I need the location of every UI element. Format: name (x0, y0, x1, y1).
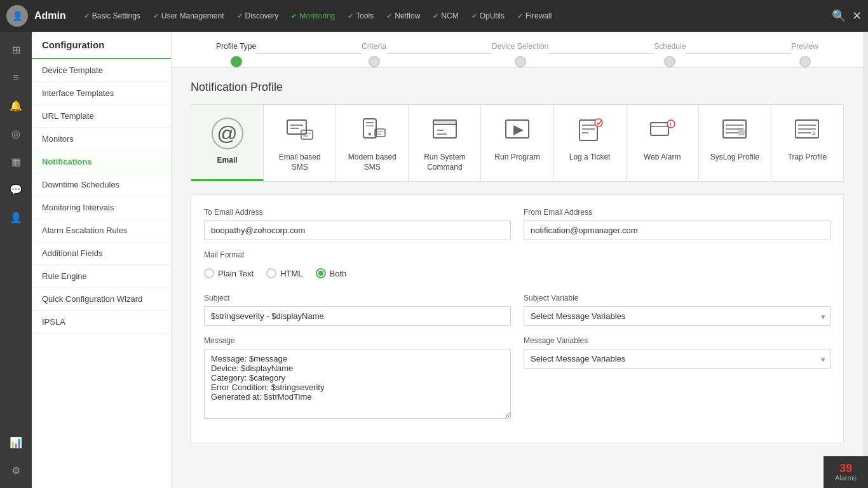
sidebar-item-rule-engine[interactable]: Rule Engine (32, 265, 171, 288)
message-variables-select[interactable]: Select Message Variables (524, 349, 831, 369)
profile-card-trap[interactable]: ≡ Trap Profile (771, 105, 843, 181)
svg-rect-14 (433, 120, 456, 125)
svg-point-9 (369, 133, 371, 135)
step-label-device-selection: Device Selection (492, 42, 548, 51)
settings-icon[interactable]: ⚙ (4, 459, 27, 482)
page-title: Notification Profile (191, 81, 844, 94)
to-email-group: To Email Address (204, 208, 511, 240)
mail-format-row: Mail Format Plain Text HTML (204, 250, 831, 283)
radio-both[interactable]: Both (316, 268, 347, 278)
dashboard-icon[interactable]: ⊞ (4, 38, 27, 61)
profile-card-web-alarm[interactable]: ! Web Alarm (627, 105, 699, 181)
profile-card-run-system[interactable]: Run System Command (409, 105, 481, 181)
nav-ncm[interactable]: ✔ NCM (428, 9, 463, 23)
analytics-icon[interactable]: 📊 (4, 431, 27, 454)
nav-discovery[interactable]: ✔ Discovery (232, 9, 284, 23)
scrollbar[interactable] (863, 32, 868, 488)
sidebar-item-downtime-schedules[interactable]: Downtime Schedules (32, 173, 171, 196)
message-row: Message Message Variables Select Message… (204, 336, 831, 421)
check-icon: ✔ (386, 12, 392, 20)
message-group: Message (204, 336, 511, 421)
inventory-icon[interactable]: ▦ (4, 150, 27, 173)
reports-icon[interactable]: ≡ (4, 66, 27, 89)
log-ticket-label: Log a Ticket (569, 152, 611, 163)
check-icon: ✔ (471, 12, 477, 20)
sidebar-item-quick-config[interactable]: Quick Configuration Wizard (32, 288, 171, 311)
profile-card-run-program[interactable]: Run Program (481, 105, 553, 181)
step-connector-4 (686, 53, 791, 54)
radio-label-plain: Plain Text (218, 269, 254, 278)
profile-card-email[interactable]: @ Email (191, 105, 264, 181)
sidebar-item-device-template[interactable]: Device Template (32, 59, 171, 82)
search-icon[interactable]: 🔍 (832, 9, 846, 23)
subject-variable-select[interactable]: Select Message Variables (524, 306, 831, 326)
check-icon: ✔ (153, 12, 159, 20)
subject-input[interactable] (204, 306, 511, 326)
sidebar-item-monitors[interactable]: Monitors (32, 128, 171, 151)
svg-marker-18 (513, 125, 524, 135)
step-label-profile-type: Profile Type (216, 42, 256, 51)
profile-card-log-ticket[interactable]: Log a Ticket (554, 105, 627, 181)
profile-card-email-sms[interactable]: Email based SMS (264, 105, 336, 181)
svg-point-23 (595, 119, 602, 126)
radio-html[interactable]: HTML (266, 268, 302, 278)
sidebar-item-notifications[interactable]: Notifications (32, 151, 171, 173)
alarms-label: Alarms (835, 474, 857, 482)
web-alarm-label: Web Alarm (644, 152, 681, 163)
user-avatar[interactable]: 👤 (6, 5, 28, 27)
step-preview[interactable]: Preview (791, 42, 818, 67)
run-program-label: Run Program (494, 152, 539, 163)
alerts-icon[interactable]: 🔔 (4, 94, 27, 117)
step-label-criteria: Criteria (362, 42, 386, 51)
step-device-selection[interactable]: Device Selection (492, 42, 548, 67)
nav-tools[interactable]: ✔ Tools (342, 9, 379, 23)
step-criteria[interactable]: Criteria (362, 42, 386, 67)
run-system-icon (431, 118, 459, 146)
profile-card-modem-sms[interactable]: Modem based SMS (336, 105, 409, 181)
step-connector-3 (548, 53, 654, 54)
step-connector-2 (386, 53, 492, 54)
message-textarea[interactable] (204, 349, 511, 419)
maps-icon[interactable]: ◎ (4, 122, 27, 145)
web-alarm-icon: ! (648, 118, 676, 146)
nav-netflow[interactable]: ✔ Netflow (381, 9, 425, 23)
email-sms-icon (286, 118, 314, 146)
profile-cards: @ Email Email b (191, 104, 844, 182)
chat-icon[interactable]: 💬 (4, 178, 27, 201)
profile-card-syslog[interactable]: SysLog Profile (699, 105, 771, 181)
close-icon[interactable]: ✕ (852, 9, 862, 23)
email-sms-label: Email based SMS (270, 152, 329, 172)
sidebar-item-interface-templates[interactable]: Interface Templates (32, 82, 171, 105)
check-icon: ✔ (291, 12, 297, 20)
from-email-input[interactable] (524, 220, 831, 240)
nav-firewall[interactable]: ✔ Firewall (512, 9, 557, 23)
form-section: To Email Address From Email Address Mail… (191, 194, 844, 444)
nav-basic-settings[interactable]: ✔ Basic Settings (79, 9, 146, 23)
nav-user-management[interactable]: ✔ User Management (148, 9, 229, 23)
subject-row: Subject Subject Variable Select Message … (204, 294, 831, 326)
step-circle-criteria (369, 56, 380, 67)
sidebar-header: Configuration (32, 32, 171, 59)
sidebar-item-url-template[interactable]: URL Template (32, 105, 171, 128)
sidebar-item-additional-fields[interactable]: Additional Fields (32, 242, 171, 265)
modem-sms-icon (358, 118, 386, 146)
to-email-input[interactable] (204, 220, 511, 240)
sidebar-item-ipsla[interactable]: IPSLA (32, 311, 171, 334)
syslog-label: SysLog Profile (710, 152, 759, 163)
step-profile-type[interactable]: Profile Type (216, 42, 256, 67)
wizard-steps: Profile Type Criteria Device Selection S… (172, 32, 863, 68)
nav-monitoring[interactable]: ✔ Monitoring (286, 9, 340, 23)
sidebar-item-monitoring-intervals[interactable]: Monitoring Intervals (32, 196, 171, 219)
alarms-badge[interactable]: 39 Alarms (824, 456, 868, 488)
check-icon: ✔ (348, 12, 353, 20)
syslog-icon (721, 118, 749, 146)
sidebar-item-alarm-escalation[interactable]: Alarm Escalation Rules (32, 219, 171, 242)
message-variables-group: Message Variables Select Message Variabl… (524, 336, 831, 421)
nav-oputils[interactable]: ✔ OpUtils (466, 9, 510, 23)
icon-sidebar: ⊞ ≡ 🔔 ◎ ▦ 💬 👤 📊 ⚙ (0, 32, 32, 488)
mail-format-group: Mail Format Plain Text HTML (204, 250, 831, 283)
users-icon[interactable]: 👤 (4, 206, 27, 229)
brand-name: Admin (34, 10, 66, 22)
radio-plain-text[interactable]: Plain Text (204, 268, 254, 278)
step-schedule[interactable]: Schedule (654, 42, 686, 67)
